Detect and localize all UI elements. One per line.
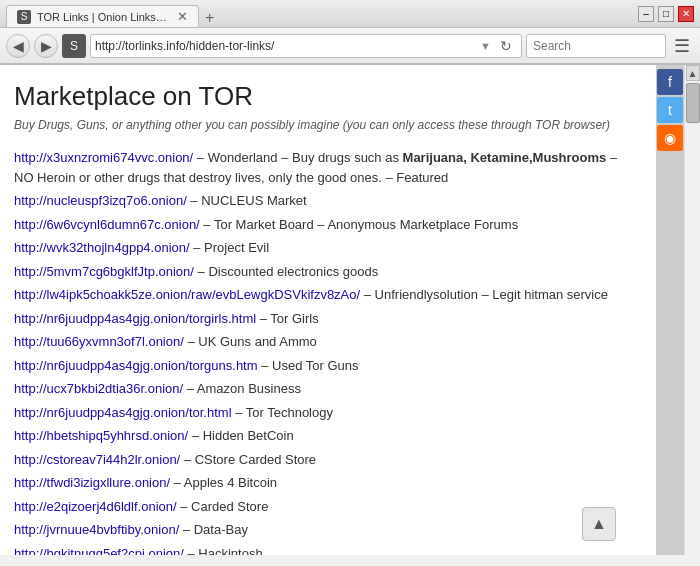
scroll-thumb[interactable]: [686, 83, 700, 123]
link-description: – Unfriendlysolution – Legit hitman serv…: [360, 287, 608, 302]
twitter-icon[interactable]: t: [657, 97, 683, 123]
list-item: http://lw4ipk5choakk5ze.onion/raw/evbLew…: [14, 285, 640, 305]
vertical-scrollbar[interactable]: ▲: [684, 65, 700, 555]
tor-link[interactable]: http://nucleuspf3izq7o6.onion/: [14, 193, 187, 208]
links-container: http://x3uxnzromi674vvc.onion/ – Wonderl…: [14, 148, 640, 555]
close-button[interactable]: ✕: [678, 6, 694, 22]
tab-label: TOR Links | Onion Links | Hidd...: [37, 11, 167, 23]
link-description: – Used Tor Guns: [258, 358, 359, 373]
link-description: – Hidden BetCoin: [188, 428, 294, 443]
list-item: http://ucx7bkbi2dtia36r.onion/ – Amazon …: [14, 379, 640, 399]
browser-viewport: Marketplace on TOR Buy Drugs, Guns, or a…: [0, 65, 700, 555]
link-description: – Tor Technology: [232, 405, 333, 420]
list-item: http://nr6juudpp4as4gjg.onion/tor.html –…: [14, 403, 640, 423]
tor-link[interactable]: http://cstoreav7i44h2lr.onion/: [14, 452, 180, 467]
tor-link[interactable]: http://bgkitnugg5ef2cpi.onion/: [14, 546, 184, 556]
link-description: – Data-Bay: [179, 522, 248, 537]
tor-link[interactable]: http://wvk32thojln4gpp4.onion/: [14, 240, 190, 255]
window-controls: – □ ✕: [638, 6, 694, 22]
list-item: http://nr6juudpp4as4gjg.onion/torguns.ht…: [14, 356, 640, 376]
page-subtitle: Buy Drugs, Guns, or anything other you c…: [14, 118, 640, 132]
list-item: http://6w6vcynl6dumn67c.onion/ – Tor Mar…: [14, 215, 640, 235]
link-description: – Apples 4 Bitcoin: [170, 475, 277, 490]
url-icons: ▼ ↻: [478, 35, 517, 57]
minimize-button[interactable]: –: [638, 6, 654, 22]
url-bar-container: ▼ ↻: [90, 34, 522, 58]
page-title: Marketplace on TOR: [14, 81, 640, 112]
list-item: http://cstoreav7i44h2lr.onion/ – CStore …: [14, 450, 640, 470]
list-item: http://x3uxnzromi674vvc.onion/ – Wonderl…: [14, 148, 640, 187]
tor-link[interactable]: http://nr6juudpp4as4gjg.onion/torgirls.h…: [14, 311, 256, 326]
link-description: – Discounted electronics goods: [194, 264, 378, 279]
active-tab[interactable]: S TOR Links | Onion Links | Hidd... ✕: [6, 5, 199, 27]
tor-link[interactable]: http://5mvm7cg6bgklfJtp.onion/: [14, 264, 194, 279]
search-input[interactable]: [526, 34, 666, 58]
tor-link[interactable]: http://nr6juudpp4as4gjg.onion/torguns.ht…: [14, 358, 258, 373]
tor-link[interactable]: http://lw4ipk5choakk5ze.onion/raw/evbLew…: [14, 287, 360, 302]
new-tab-button[interactable]: +: [199, 9, 220, 27]
scroll-to-top-button[interactable]: ▲: [582, 507, 616, 541]
list-item: http://jvrnuue4bvbftiby.onion/ – Data-Ba…: [14, 520, 640, 540]
maximize-button[interactable]: □: [658, 6, 674, 22]
tor-link[interactable]: http://hbetshipq5yhhrsd.onion/: [14, 428, 188, 443]
list-item: http://nr6juudpp4as4gjg.onion/torgirls.h…: [14, 309, 640, 329]
tor-link[interactable]: http://ucx7bkbi2dtia36r.onion/: [14, 381, 183, 396]
link-description: – Tor Girls: [256, 311, 319, 326]
scroll-up-arrow[interactable]: ▲: [686, 65, 700, 81]
forward-button[interactable]: ▶: [34, 34, 58, 58]
list-item: http://5mvm7cg6bgklfJtp.onion/ – Discoun…: [14, 262, 640, 282]
list-item: http://e2qizoerj4d6ldlf.onion/ – Carded …: [14, 497, 640, 517]
tab-favicon: S: [17, 10, 31, 24]
link-description: – Tor Market Board – Anonymous Marketpla…: [200, 217, 518, 232]
list-item: http://wvk32thojln4gpp4.onion/ – Project…: [14, 238, 640, 258]
navigation-bar: ◀ ▶ S ▼ ↻ ☰: [0, 28, 700, 64]
rss-icon[interactable]: ◉: [657, 125, 683, 151]
tor-link[interactable]: http://x3uxnzromi674vvc.onion/: [14, 150, 193, 165]
tab-close-button[interactable]: ✕: [177, 9, 188, 24]
url-security-icon[interactable]: ▼: [478, 40, 493, 52]
tor-link[interactable]: http://e2qizoerj4d6ldlf.onion/: [14, 499, 177, 514]
page-content: Marketplace on TOR Buy Drugs, Guns, or a…: [0, 65, 656, 555]
tor-link[interactable]: http://nr6juudpp4as4gjg.onion/tor.html: [14, 405, 232, 420]
side-social-icons: f t ◉: [656, 65, 684, 555]
list-item: http://hbetshipq5yhhrsd.onion/ – Hidden …: [14, 426, 640, 446]
facebook-icon[interactable]: f: [657, 69, 683, 95]
link-description: – Project Evil: [190, 240, 269, 255]
tab-strip: S TOR Links | Onion Links | Hidd... ✕ +: [6, 0, 638, 27]
tor-link[interactable]: http://jvrnuue4bvbftiby.onion/: [14, 522, 179, 537]
tor-link[interactable]: http://6w6vcynl6dumn67c.onion/: [14, 217, 200, 232]
menu-button[interactable]: ☰: [670, 34, 694, 58]
refresh-button[interactable]: ↻: [495, 35, 517, 57]
url-input[interactable]: [95, 39, 478, 53]
home-button[interactable]: S: [62, 34, 86, 58]
link-description: – Amazon Business: [183, 381, 301, 396]
link-description: – Wonderland – Buy drugs such as: [193, 150, 402, 165]
list-item: http://tuu66yxvmn3of7l.onion/ – UK Guns …: [14, 332, 640, 352]
link-description: – UK Guns and Ammo: [184, 334, 317, 349]
list-item: http://nucleuspf3izq7o6.onion/ – NUCLEUS…: [14, 191, 640, 211]
link-description: – NUCLEUS Market: [187, 193, 307, 208]
tor-link[interactable]: http://tuu66yxvmn3of7l.onion/: [14, 334, 184, 349]
link-description: – Hackintosh: [184, 546, 263, 556]
link-description: – CStore Carded Store: [180, 452, 316, 467]
scroll-to-top-icon: ▲: [591, 515, 607, 533]
list-item: http://bgkitnugg5ef2cpi.onion/ – Hackint…: [14, 544, 640, 556]
back-button[interactable]: ◀: [6, 34, 30, 58]
tor-link[interactable]: http://tfwdi3izigxllure.onion/: [14, 475, 170, 490]
list-item: http://tfwdi3izigxllure.onion/ – Apples …: [14, 473, 640, 493]
link-highlight: Marijuana, Ketamine,Mushrooms: [403, 150, 607, 165]
title-bar: S TOR Links | Onion Links | Hidd... ✕ + …: [0, 0, 700, 28]
link-description: – Carded Store: [177, 499, 269, 514]
